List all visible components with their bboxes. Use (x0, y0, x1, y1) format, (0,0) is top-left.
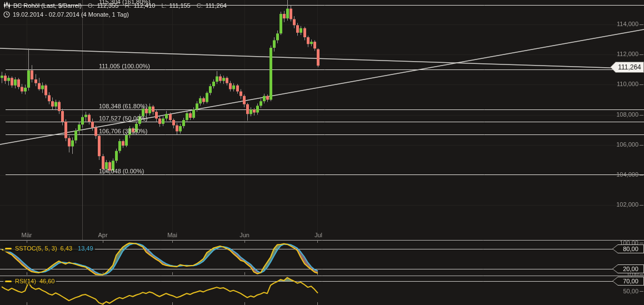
fib-label[interactable]: 104,048 (0.00%) (99, 168, 144, 174)
date-range-row: 19.02.2014 - 02.07.2014 (4 Monate, 1 Tag… (3, 11, 129, 18)
price-axis-label: 106,000 (616, 141, 638, 148)
x-axis-month: Jul (314, 232, 322, 238)
ohlc-low-value: 111,155 (169, 2, 191, 9)
x-axis-month: Apr (98, 232, 107, 238)
sstoc-lower-level-tag: 20,00 (612, 264, 644, 273)
chart-canvas[interactable] (0, 0, 644, 305)
price-axis-label: 114,000 (617, 21, 638, 27)
sstoc-upper-level-value: 80,00 (612, 244, 644, 253)
rsi-level-value: 70,00 (612, 277, 644, 286)
x-axis-month: Mai (167, 232, 177, 238)
fib-label[interactable]: 108,348 (61.80%) (99, 103, 147, 109)
rsi-value: 46,60 (39, 278, 55, 284)
x-axis-month: Mär (22, 232, 32, 238)
ohlc-open-label: O: (88, 2, 94, 9)
fib-label[interactable]: 107,527 (50.00%) (99, 115, 147, 122)
price-axis-label: 108,000 (616, 111, 638, 118)
rsi-level-tag: 70,00 (612, 277, 644, 286)
rsi-legend[interactable]: RSI(14) 46,60 (3, 278, 56, 284)
sstoc-name: SSTOC(5, 5, 3) (15, 245, 57, 252)
fib-label[interactable]: 106,706 (38.20%) (99, 128, 147, 134)
chart-window: BC Rohöl (Last, $/Barrel) O: 112,355 H: … (0, 0, 644, 305)
ohlc-low-label: L: (161, 2, 166, 9)
sstoc-d-value: 13,49 (78, 245, 93, 252)
x-axis-month: Jun (239, 232, 249, 238)
price-axis-label: 104,000 (616, 171, 638, 178)
price-axis-label: 110,000 (617, 81, 638, 87)
rsi-axis-label-50: 50,00 (623, 288, 638, 294)
ohlc-close-value: 111,264 (206, 2, 227, 9)
price-axis-label: 102,000 (616, 201, 638, 208)
fib-label[interactable]: 111,005 (100.00%) (99, 63, 150, 69)
sstoc-swatch-icon (5, 248, 12, 249)
sstoc-upper-level-tag: 80,00 (612, 244, 644, 253)
sstoc-lower-level-value: 20,00 (612, 264, 644, 273)
current-price-tag: 111,264 (610, 62, 644, 73)
sstoc-k-value: 6,43 (61, 245, 72, 252)
current-price-value: 111,264 (610, 62, 644, 73)
rsi-name: RSI(14) (15, 278, 36, 284)
rsi-swatch-icon (5, 281, 12, 282)
price-axis-label: 112,000 (617, 51, 638, 57)
sstoc-legend[interactable]: SSTOC(5, 5, 3) 6,43 13,49 (3, 245, 95, 252)
candlestick-icon (3, 2, 11, 9)
fib-label[interactable]: 115,304 (161.80%) (99, 0, 151, 5)
ohlc-close-label: C: (197, 2, 203, 9)
instrument-title: BC Rohöl (Last, $/Barrel) (13, 2, 82, 9)
clock-icon (3, 11, 10, 18)
date-range: 19.02.2014 - 02.07.2014 (4 Monate, 1 Tag… (13, 11, 129, 18)
